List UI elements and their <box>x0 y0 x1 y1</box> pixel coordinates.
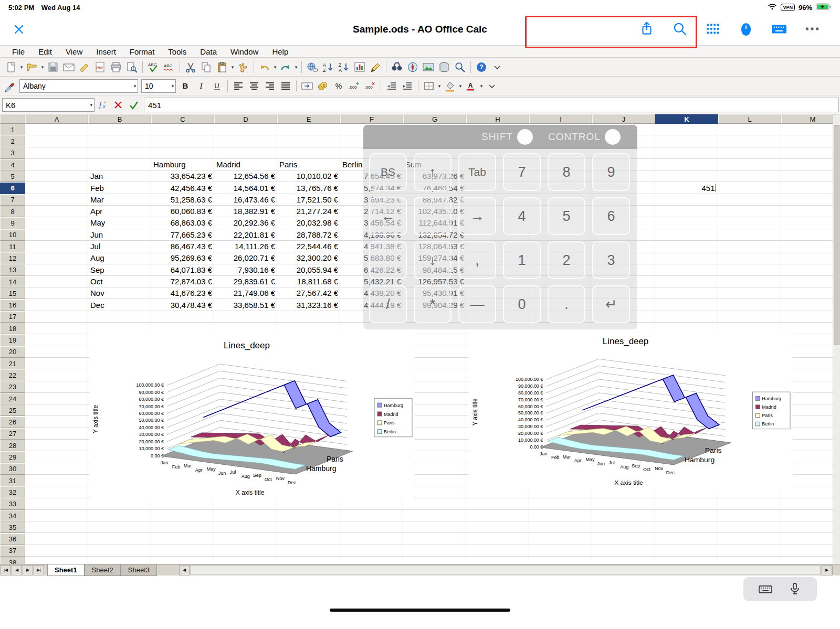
currency-format-button[interactable]: $ <box>315 79 331 93</box>
row-header-16[interactable]: 16 <box>0 300 25 311</box>
cell-B7[interactable]: Mar <box>88 194 151 206</box>
hscroll-left-button[interactable]: ◀ <box>179 565 190 575</box>
key-1[interactable]: 1 <box>503 241 541 279</box>
key-6[interactable]: 6 <box>592 197 630 235</box>
row-header-14[interactable]: 14 <box>0 276 25 287</box>
copy-button[interactable] <box>198 60 214 74</box>
sheet-nav-first-button[interactable]: |◀ <box>1 565 11 575</box>
row-header-9[interactable]: 9 <box>0 217 25 229</box>
function-wizard-button[interactable]: fx <box>94 98 110 112</box>
dropdown-arrow-icon[interactable]: ▾ <box>458 83 463 89</box>
vertical-scrollbar-thumb[interactable] <box>834 125 839 345</box>
row-header-25[interactable]: 25 <box>0 404 25 416</box>
page-preview-button[interactable] <box>124 60 140 74</box>
cell-C5[interactable]: 33,654.23 € <box>151 170 214 182</box>
accept-button[interactable] <box>126 98 142 112</box>
column-header-I[interactable]: I <box>529 114 592 124</box>
slash-key[interactable]: / <box>369 285 407 323</box>
new-document-button[interactable] <box>3 60 19 74</box>
row-header-32[interactable]: 32 <box>0 486 25 498</box>
row-header-17[interactable]: 17 <box>0 311 25 323</box>
row-header-22[interactable]: 22 <box>0 369 25 381</box>
cell-D12[interactable]: 26,020.71 € <box>214 252 277 264</box>
cell-D8[interactable]: 18,382.91 € <box>214 206 277 217</box>
row-header-29[interactable]: 29 <box>0 451 25 463</box>
row-header-1[interactable]: 1 <box>0 124 25 135</box>
cell-C9[interactable]: 68,863.03 € <box>151 217 214 229</box>
dropdown-arrow-icon[interactable]: ▾ <box>437 83 442 89</box>
dropdown-arrow-icon[interactable]: ▾ <box>479 83 484 89</box>
key-8[interactable]: 8 <box>548 153 585 191</box>
find-replace-button[interactable] <box>389 60 405 74</box>
search-icon[interactable] <box>672 21 688 37</box>
cell-E16[interactable]: 31,323.16 € <box>277 300 340 311</box>
row-header-23[interactable]: 23 <box>0 381 25 393</box>
cell-C16[interactable]: 30,478.43 € <box>151 300 214 311</box>
cell-E12[interactable]: 32,300.20 € <box>277 252 340 264</box>
chevron-down-icon[interactable]: ▾ <box>89 102 94 108</box>
zoom-button[interactable] <box>452 60 468 74</box>
cell-B14[interactable]: Oct <box>88 276 151 287</box>
sheet-tab-sheet1[interactable]: Sheet1 <box>47 564 85 576</box>
cell-E15[interactable]: 27,567.42 € <box>277 287 340 299</box>
row-header-30[interactable]: 30 <box>0 463 25 475</box>
cell-C14[interactable]: 72,874.03 € <box>151 276 214 287</box>
draw-functions-button[interactable] <box>368 60 383 74</box>
cell-B5[interactable]: Jan <box>88 170 151 182</box>
menu-tools[interactable]: Tools <box>161 47 193 56</box>
font-color-button[interactable]: A <box>463 79 479 93</box>
row-header-28[interactable]: 28 <box>0 440 25 451</box>
cancel-button[interactable] <box>110 98 126 112</box>
control-toggle[interactable] <box>605 129 621 145</box>
column-header-K[interactable]: K <box>655 114 718 124</box>
row-header-33[interactable]: 33 <box>0 498 25 510</box>
column-header-E[interactable]: E <box>277 114 340 124</box>
italic-button[interactable]: I <box>193 79 209 93</box>
row-header-27[interactable]: 27 <box>0 428 25 440</box>
percent-format-button[interactable]: % <box>331 79 346 93</box>
row-header-31[interactable]: 31 <box>0 475 25 486</box>
editing-cell-K6[interactable]: 451 <box>655 183 718 194</box>
cut-button[interactable] <box>183 60 198 74</box>
horizontal-scrollbar[interactable] <box>190 566 821 575</box>
cell-B16[interactable]: Dec <box>88 300 151 311</box>
cell-D16[interactable]: 33,658.51 € <box>214 300 277 311</box>
cell-C10[interactable]: 77,665.23 € <box>151 229 214 241</box>
column-header-A[interactable]: A <box>25 114 88 124</box>
undo-button[interactable] <box>257 60 272 74</box>
format-paintbrush-button[interactable] <box>235 60 251 74</box>
row-header-18[interactable]: 18 <box>0 323 25 334</box>
row-header-2[interactable]: 2 <box>0 135 25 147</box>
styles-icon[interactable] <box>2 79 18 93</box>
cell-D10[interactable]: 22,201.81 € <box>214 229 277 241</box>
column-header-B[interactable]: B <box>88 114 151 124</box>
background-color-button[interactable] <box>442 79 458 93</box>
menu-file[interactable]: File <box>5 47 32 56</box>
arrow-up-key[interactable]: ↑ <box>414 153 452 191</box>
key-5[interactable]: 5 <box>548 197 585 235</box>
home-indicator[interactable] <box>330 609 510 612</box>
row-header-35[interactable]: 35 <box>0 521 25 533</box>
cell-D4[interactable]: Madrid <box>214 159 277 170</box>
cell-E11[interactable]: 22,544.46 € <box>277 241 340 252</box>
merge-cells-button[interactable] <box>299 79 315 93</box>
column-header-J[interactable]: J <box>592 114 655 124</box>
column-header-M[interactable]: M <box>781 114 840 124</box>
menu-edit[interactable]: Edit <box>32 47 59 56</box>
menu-help[interactable]: Help <box>265 47 295 56</box>
name-box[interactable]: K6 ▾ <box>2 98 94 112</box>
cell-D11[interactable]: 14,111.26 € <box>214 241 277 252</box>
sheet-nav-next-button[interactable]: ▶ <box>23 565 33 575</box>
sheet-tab-sheet3[interactable]: Sheet3 <box>121 564 157 576</box>
cell-B15[interactable]: Nov <box>88 287 151 299</box>
keyboard-icon[interactable] <box>771 21 787 37</box>
toolbar-overflow-button[interactable] <box>484 79 500 93</box>
cell-E8[interactable]: 21,277.24 € <box>277 206 340 217</box>
align-left-button[interactable] <box>230 79 246 93</box>
redo-button[interactable] <box>278 60 293 74</box>
key-3[interactable]: 3 <box>592 241 630 279</box>
arrow-down-key[interactable]: ↓ <box>414 241 452 279</box>
asterisk-key[interactable]: * <box>414 285 452 323</box>
key-4[interactable]: 4 <box>503 197 541 235</box>
row-header-34[interactable]: 34 <box>0 510 25 521</box>
